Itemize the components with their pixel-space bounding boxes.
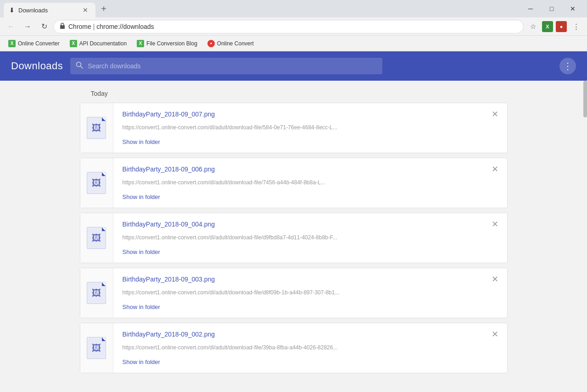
download-url: https://convert1.online-convert.com/dl/a… xyxy=(123,289,380,296)
bookmark-label-1: Online Converter xyxy=(18,40,60,47)
bookmarks-bar: X Online Converter X API Documentation X… xyxy=(0,36,587,51)
maximize-button[interactable]: □ xyxy=(541,0,562,17)
file-icon: 🖼 xyxy=(87,227,106,249)
bookmark-favicon-4: ● xyxy=(207,40,215,47)
downloads-content: Today 🖼 BirthdayParty_2018-09_007.png ht… xyxy=(0,81,587,392)
title-bar: ⬇ Downloads ✕ + ─ □ ✕ xyxy=(0,0,587,17)
download-url: https://convert1.online-convert.com/dl/a… xyxy=(123,124,380,131)
download-filename[interactable]: BirthdayParty_2018-09_007.png xyxy=(123,110,485,118)
download-close-button[interactable]: ✕ xyxy=(489,108,502,121)
svg-rect-0 xyxy=(60,25,65,29)
back-button[interactable]: ← xyxy=(4,19,18,34)
file-icon: 🖼 xyxy=(87,117,106,139)
more-icon: ⋮ xyxy=(563,61,572,72)
bookmark-label-2: API Documentation xyxy=(79,40,127,47)
downloads-page: Downloads ⋮ Today xyxy=(0,51,587,392)
download-close-button[interactable]: ✕ xyxy=(489,163,502,176)
bookmark-online-convert[interactable]: ● Online Convert xyxy=(203,38,258,49)
download-info: BirthdayParty_2018-09_007.png https://co… xyxy=(113,103,507,153)
downloads-header: Downloads ⋮ xyxy=(0,51,587,81)
search-input[interactable] xyxy=(88,62,377,70)
download-thumbnail: 🖼 xyxy=(80,158,113,208)
download-thumbnail: 🖼 xyxy=(80,213,113,263)
downloads-more-button[interactable]: ⋮ xyxy=(559,58,576,74)
show-in-folder-button[interactable]: Show in folder xyxy=(123,138,485,145)
download-thumbnail: 🖼 xyxy=(80,268,113,318)
download-close-button[interactable]: ✕ xyxy=(489,273,502,286)
download-item: 🖼 BirthdayParty_2018-09_006.png https://… xyxy=(80,158,508,208)
download-close-button[interactable]: ✕ xyxy=(489,218,502,231)
download-item: 🖼 BirthdayParty_2018-09_007.png https://… xyxy=(80,103,508,153)
ext-icon-1[interactable]: X xyxy=(542,21,553,32)
scrollbar-track xyxy=(583,81,587,392)
image-icon: 🖼 xyxy=(92,288,101,298)
window-controls: ─ □ ✕ xyxy=(520,0,583,17)
download-filename[interactable]: BirthdayParty_2018-09_004.png xyxy=(123,221,485,228)
address-label: Chrome | chrome://downloads xyxy=(68,23,518,30)
nav-bar: ← → ↻ Chrome | chrome://downloads ☆ X ● … xyxy=(0,17,587,36)
bookmark-favicon-3: X xyxy=(137,40,144,47)
file-icon: 🖼 xyxy=(87,337,106,359)
download-thumbnail: 🖼 xyxy=(80,323,113,373)
download-filename[interactable]: BirthdayParty_2018-09_002.png xyxy=(123,331,485,338)
bookmark-api-docs[interactable]: X API Documentation xyxy=(65,38,131,49)
download-thumbnail: 🖼 xyxy=(80,103,113,153)
scrollbar-thumb[interactable] xyxy=(583,81,587,117)
image-icon: 🖼 xyxy=(92,123,101,133)
file-icon: 🖼 xyxy=(87,282,106,304)
download-info: BirthdayParty_2018-09_003.png https://co… xyxy=(113,268,507,318)
address-label-chrome: Chrome xyxy=(68,23,91,30)
close-button[interactable]: ✕ xyxy=(562,0,583,17)
file-icon: 🖼 xyxy=(87,172,106,194)
show-in-folder-button[interactable]: Show in folder xyxy=(123,248,485,255)
browser-tab[interactable]: ⬇ Downloads ✕ xyxy=(4,3,95,17)
new-tab-button[interactable]: + xyxy=(97,2,110,15)
content-wrapper: Today 🖼 BirthdayParty_2018-09_007.png ht… xyxy=(69,90,519,373)
svg-line-2 xyxy=(81,66,83,69)
bookmark-favicon-1: X xyxy=(8,40,16,47)
forward-button[interactable]: → xyxy=(20,19,35,34)
download-url: https://convert1.online-convert.com/dl/a… xyxy=(123,234,380,241)
download-filename[interactable]: BirthdayParty_2018-09_003.png xyxy=(123,276,485,283)
download-info: BirthdayParty_2018-09_004.png https://co… xyxy=(113,213,507,263)
tab-favicon: ⬇ xyxy=(9,6,15,14)
download-item: 🖼 BirthdayParty_2018-09_002.png https://… xyxy=(80,323,508,373)
tab-close-button[interactable]: ✕ xyxy=(81,6,90,15)
star-button[interactable]: ☆ xyxy=(526,19,540,34)
downloads-page-title: Downloads xyxy=(11,60,63,72)
refresh-button[interactable]: ↻ xyxy=(37,19,51,34)
download-info: BirthdayParty_2018-09_002.png https://co… xyxy=(113,323,507,373)
nav-right-buttons: ☆ X ● ⋮ xyxy=(526,19,583,34)
show-in-folder-button[interactable]: Show in folder xyxy=(123,304,485,310)
minimize-button[interactable]: ─ xyxy=(520,0,541,17)
bookmark-label-4: Online Convert xyxy=(217,40,254,47)
download-item: 🖼 BirthdayParty_2018-09_004.png https://… xyxy=(80,213,508,263)
image-icon: 🖼 xyxy=(92,178,101,188)
download-item: 🖼 BirthdayParty_2018-09_003.png https://… xyxy=(80,268,508,318)
download-filename[interactable]: BirthdayParty_2018-09_006.png xyxy=(123,166,485,173)
image-icon: 🖼 xyxy=(92,233,101,243)
browser-frame: ⬇ Downloads ✕ + ─ □ ✕ ← → ↻ Chrome | chr… xyxy=(0,0,587,392)
lock-icon xyxy=(59,22,66,30)
download-close-button[interactable]: ✕ xyxy=(489,328,502,341)
download-url: https://convert1.online-convert.com/dl/a… xyxy=(123,344,380,351)
section-label-today: Today xyxy=(80,90,508,103)
download-url: https://convert1.online-convert.com/dl/a… xyxy=(123,179,380,186)
search-icon xyxy=(76,61,83,71)
show-in-folder-button[interactable]: Show in folder xyxy=(123,359,485,365)
bookmark-online-converter[interactable]: X Online Converter xyxy=(4,38,64,49)
bookmark-label-3: File Conversion Blog xyxy=(146,40,197,47)
address-url: chrome://downloads xyxy=(96,23,154,30)
ext-icon-2[interactable]: ● xyxy=(556,21,567,32)
tab-title: Downloads xyxy=(18,7,77,14)
menu-button[interactable]: ⋮ xyxy=(569,19,583,34)
download-info: BirthdayParty_2018-09_006.png https://co… xyxy=(113,158,507,208)
address-bar[interactable]: Chrome | chrome://downloads xyxy=(53,20,524,33)
bookmark-favicon-2: X xyxy=(70,40,77,47)
image-icon: 🖼 xyxy=(92,343,101,353)
search-bar[interactable] xyxy=(70,58,382,74)
show-in-folder-button[interactable]: Show in folder xyxy=(123,193,485,200)
bookmark-file-conversion-blog[interactable]: X File Conversion Blog xyxy=(132,38,202,49)
